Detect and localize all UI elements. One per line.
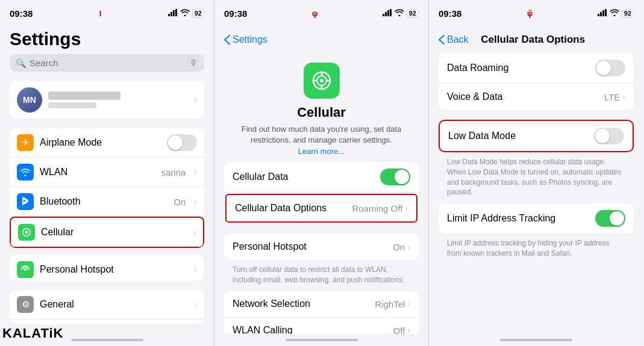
wlan-icon (17, 164, 34, 181)
svg-point-21 (320, 79, 324, 82)
svg-rect-0 (168, 14, 170, 16)
p3-voice-data[interactable]: Voice & Data LTE › (439, 84, 634, 110)
wlan-chevron: › (194, 167, 197, 177)
svg-rect-24 (602, 10, 604, 16)
settings-item-general[interactable]: ⚙ General › (10, 290, 204, 320)
svg-point-4 (25, 231, 28, 234)
cellular-highlight-wrapper: Cellular › (10, 217, 204, 248)
search-icon: 🔍 (16, 58, 26, 68)
general-label: General (40, 299, 188, 310)
status-bar-2: 09:38 ψ 92 (214, 0, 428, 26)
signal-icon-3 (598, 9, 607, 18)
p3-limit-ip[interactable]: Limit IP Address Tracking (439, 203, 634, 233)
hotspot-label: Personal Hotspot (40, 264, 188, 275)
status-notch-1: I (89, 9, 113, 18)
status-bar-1: 09:38 I 92 (0, 0, 214, 26)
cellular-data-options-highlight: Cellular Data Options Roaming Off › (225, 194, 417, 223)
p3-low-data-mode[interactable]: Low Data Mode (440, 121, 633, 151)
nav-back-3[interactable]: Back (439, 34, 469, 45)
settings-item-cellular[interactable]: Cellular › (11, 218, 203, 247)
settings-item-accessibility[interactable]: Accessibility › (10, 320, 204, 324)
settings-item-hotspot[interactable]: Personal Hotspot › (10, 255, 204, 280)
mic-icon: 🎙 (190, 58, 198, 68)
p2-cellular-data[interactable]: Cellular Data (224, 162, 419, 193)
settings-item-airplane[interactable]: ✈ Airplane Mode (10, 128, 204, 158)
status-icons-1: 92 (168, 9, 204, 18)
svg-rect-3 (175, 9, 177, 16)
status-bar-3: 09:38 ψ̈ 92 (429, 0, 643, 26)
limit-ip-toggle[interactable] (595, 210, 625, 227)
cellular-header: Cellular Find out how much data you're u… (214, 53, 428, 162)
panel-settings: 09:38 I 92 Settings (0, 0, 214, 346)
search-bar[interactable]: 🔍 🎙 (10, 54, 204, 72)
status-notch-3: ψ̈ (517, 9, 542, 18)
nav-back-2[interactable]: Settings (224, 34, 267, 45)
hotspot-icon (17, 261, 34, 278)
p3-group-3: Limit IP Address Tracking (439, 203, 634, 233)
settings-group-2: Personal Hotspot › Battery › (10, 255, 204, 280)
cellular-chevron: › (193, 227, 196, 237)
status-time-1: 09:38 (10, 8, 33, 19)
svg-rect-18 (390, 9, 392, 16)
nav-title-3: Cellular Data Options (469, 34, 598, 46)
cellular-group-3: Network Selection RighTel › WLAN Calling… (224, 291, 419, 334)
battery-badge-3: 92 (622, 9, 634, 17)
p2-network-selection[interactable]: Network Selection RighTel › (224, 291, 419, 318)
nav-bar-3: Back Cellular Data Options (429, 26, 643, 53)
airplane-icon: ✈ (17, 134, 34, 151)
wlan-value: sarina (161, 167, 186, 178)
cellular-learn-more[interactable]: Learn more... (298, 147, 345, 156)
user-row[interactable]: MN › (10, 81, 204, 119)
p2-wlan-calling[interactable]: WLAN Calling Off › (224, 318, 419, 334)
svg-rect-23 (600, 12, 602, 16)
cellular-app-icon (304, 63, 340, 99)
data-roaming-toggle[interactable] (595, 60, 625, 76)
user-chevron: › (194, 94, 197, 105)
svg-rect-15 (383, 14, 384, 16)
svg-point-5 (24, 268, 27, 271)
status-icons-3: 92 (598, 9, 634, 18)
home-indicator-3 (429, 334, 643, 346)
user-sub-blur (48, 102, 96, 108)
status-time-3: 09:38 (439, 8, 461, 19)
settings-item-wlan[interactable]: WLAN sarina › (10, 158, 204, 187)
wifi-icon (180, 9, 190, 18)
cellular-group-2: Personal Hotspot On › (224, 233, 419, 260)
page-title: Settings (0, 26, 214, 54)
cellular-content: Cellular Data Cellular Data Options Roam… (214, 162, 428, 334)
general-icon: ⚙ (17, 296, 34, 313)
cellular-data-toggle[interactable] (380, 168, 410, 185)
svg-rect-22 (598, 14, 599, 16)
battery-badge-2: 92 (407, 9, 419, 17)
nav-bar-2: Settings (214, 26, 428, 53)
svg-rect-25 (605, 9, 607, 16)
home-indicator-2 (214, 334, 428, 346)
p3-data-roaming[interactable]: Data Roaming (439, 53, 634, 84)
settings-group-3: ⚙ General › Accessibility › Act (10, 290, 204, 324)
p2-cellular-data-options[interactable]: Cellular Data Options Roaming Off › (227, 195, 416, 221)
settings-item-bluetooth[interactable]: Bluetooth On › (10, 187, 204, 217)
signal-icon (168, 9, 178, 18)
general-chevron: › (194, 300, 197, 309)
search-input[interactable] (30, 58, 186, 68)
low-data-mode-toggle[interactable] (594, 128, 624, 144)
svg-rect-17 (387, 10, 389, 16)
signal-icon-2 (383, 9, 392, 18)
connectivity-group: ✈ Airplane Mode WLAN sarina › (10, 128, 204, 248)
nav-back-label-2: Settings (233, 34, 267, 45)
cellular-options-content: Data Roaming Voice & Data LTE › Low Data… (429, 53, 643, 334)
cellular-title: Cellular (297, 105, 346, 120)
svg-rect-16 (385, 12, 387, 16)
status-icons-2: 92 (383, 9, 419, 18)
airplane-toggle[interactable] (167, 134, 197, 151)
cellular-label: Cellular (41, 227, 187, 238)
airplane-label: Airplane Mode (40, 137, 161, 148)
status-notch-2: ψ (303, 9, 327, 18)
cellular-group-1-wrap: Cellular Data Cellular Data Options Roam… (224, 162, 419, 224)
cellular-group-1: Cellular Data Cellular Data Options Roam… (224, 162, 419, 224)
bluetooth-value: On (174, 197, 186, 207)
panel-cellular: 09:38 ψ 92 (214, 0, 429, 346)
p3-limit-ip-desc: Limit IP address tracking by hiding your… (439, 236, 634, 265)
p2-personal-hotspot[interactable]: Personal Hotspot On › (224, 233, 419, 260)
p3-group-1: Data Roaming Voice & Data LTE › (439, 53, 634, 110)
